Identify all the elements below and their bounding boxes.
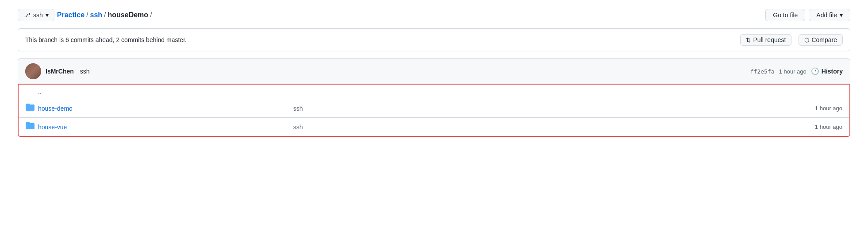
pull-request-icon: ⇅ xyxy=(746,37,751,43)
commit-hash[interactable]: ff2e5fa xyxy=(750,68,775,75)
branch-label: ssh xyxy=(33,12,43,19)
branch-info-text: This branch is 6 commits ahead, 2 commit… xyxy=(25,36,187,43)
history-button[interactable]: 🕐 History xyxy=(811,67,843,75)
breadcrumb-folder1[interactable]: ssh xyxy=(90,11,103,19)
folder-icon xyxy=(26,122,38,132)
parent-row[interactable]: .. xyxy=(19,85,849,99)
file-commit: ssh xyxy=(286,105,789,112)
table-row: house-vue ssh 1 hour ago xyxy=(19,118,849,136)
add-file-chevron-icon: ▾ xyxy=(840,12,843,19)
add-file-label: Add file xyxy=(816,12,837,19)
top-bar: ⎇ ssh ▾ Practice / ssh / houseDemo / Go … xyxy=(18,9,850,21)
folder-icon xyxy=(26,104,38,113)
compare-label: Compare xyxy=(811,36,837,43)
avatar xyxy=(25,63,41,79)
breadcrumb-folder2: houseDemo xyxy=(108,11,149,19)
breadcrumb-section: ⎇ ssh ▾ Practice / ssh / houseDemo / xyxy=(18,9,152,21)
commit-message: ssh xyxy=(80,68,90,75)
breadcrumb-sep2: / xyxy=(104,11,106,19)
go-to-file-label: Go to file xyxy=(773,12,798,19)
compare-icon: ⬡ xyxy=(804,37,809,43)
file-name[interactable]: house-vue xyxy=(38,124,286,131)
parent-label: .. xyxy=(38,88,42,95)
branch-selector[interactable]: ⎇ ssh ▾ xyxy=(18,9,54,21)
breadcrumb: Practice / ssh / houseDemo / xyxy=(57,11,152,19)
file-time: 1 hour ago xyxy=(789,105,842,112)
branch-info-bar: This branch is 6 commits ahead, 2 commit… xyxy=(18,28,850,51)
git-branch-icon: ⎇ xyxy=(23,12,31,19)
go-to-file-button[interactable]: Go to file xyxy=(765,9,805,21)
history-icon: 🕐 xyxy=(811,67,819,75)
top-actions: Go to file Add file ▾ xyxy=(765,9,850,21)
breadcrumb-sep1: / xyxy=(86,11,88,19)
pull-request-button[interactable]: ⇅ Pull request xyxy=(740,34,791,46)
branch-actions: ⇅ Pull request ⬡ Compare xyxy=(740,34,843,46)
commit-header: IsMrChen ssh ff2e5fa 1 hour ago 🕐 Histor… xyxy=(18,58,850,84)
breadcrumb-sep3: / xyxy=(150,11,152,19)
commit-author-name[interactable]: IsMrChen xyxy=(46,68,74,75)
pull-request-label: Pull request xyxy=(753,36,786,43)
commit-author: IsMrChen ssh xyxy=(25,63,90,79)
commit-time: 1 hour ago xyxy=(779,68,807,75)
table-row: house-demo ssh 1 hour ago xyxy=(19,99,849,118)
file-table: .. house-demo ssh 1 hour ago house-vue s… xyxy=(18,84,850,137)
branch-chevron-icon: ▾ xyxy=(46,12,49,19)
file-name[interactable]: house-demo xyxy=(38,105,286,112)
file-commit: ssh xyxy=(286,124,789,131)
history-label: History xyxy=(822,68,843,75)
file-time: 1 hour ago xyxy=(789,124,842,130)
add-file-button[interactable]: Add file ▾ xyxy=(809,9,850,21)
commit-meta: ff2e5fa 1 hour ago 🕐 History xyxy=(750,67,843,75)
compare-button[interactable]: ⬡ Compare xyxy=(799,34,843,46)
breadcrumb-repo[interactable]: Practice xyxy=(57,11,84,19)
